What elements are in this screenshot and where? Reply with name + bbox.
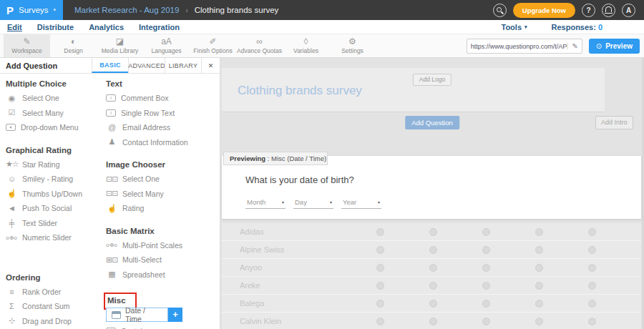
- chevron-down-icon: ▾: [282, 200, 284, 205]
- panel-item-comment-box[interactable]: IComment Box: [106, 91, 219, 106]
- toolbar-item-label: Media Library: [102, 47, 139, 54]
- add-intro-button[interactable]: Add Intro: [595, 116, 633, 129]
- panel-item-thumbs-up-down[interactable]: ☝Thumbs Up/Down: [6, 187, 100, 202]
- panel-item-star-rating[interactable]: ★☆Star Rating: [6, 157, 100, 172]
- nav-tab-edit[interactable]: Edit: [7, 23, 22, 31]
- add-question-button[interactable]: Add Question: [405, 116, 459, 129]
- radio-button: [588, 300, 596, 308]
- radio-button: [482, 228, 490, 236]
- panel-item-select-one[interactable]: ⊡⊡Select One: [106, 172, 219, 187]
- disabled-matrix-question[interactable]: AdidasAlpine SwissAnyooArekeBalegaCalvin…: [222, 223, 641, 329]
- year-select[interactable]: Year▾: [341, 197, 381, 209]
- panel-item-select-many[interactable]: ⊡⊡Select Many: [106, 187, 219, 202]
- edit-toolbar: ✎Workspace◐Design◪Media LibraryaALanguag…: [0, 34, 644, 58]
- panel-item-email-address[interactable]: @Email Address: [106, 120, 219, 135]
- main-nav: EditDistributeAnalyticsIntegration Tools…: [0, 20, 644, 34]
- panel-item-smiley-rating[interactable]: ☺Smiley - Rating: [6, 172, 100, 187]
- drag-drop-icon: ⊹: [6, 316, 17, 325]
- panel-item-rating[interactable]: ☝Rating: [106, 201, 219, 216]
- matrix-cell: [406, 246, 459, 254]
- radio-button: [429, 282, 437, 290]
- panel-item-spreadsheet[interactable]: ▦Spreadsheet: [106, 267, 219, 283]
- toolbar-item-design[interactable]: ◐Design: [50, 34, 97, 57]
- matrix-cell: [565, 246, 618, 254]
- toolbar-item-workspace[interactable]: ✎Workspace: [4, 34, 50, 57]
- avatar[interactable]: A: [622, 4, 635, 17]
- toolbar-item-advance-quotas[interactable]: ∞Advance Quotas: [236, 34, 283, 57]
- add-logo-button[interactable]: Add Logo: [413, 74, 452, 86]
- toolbar-item-languages[interactable]: aALanguages: [143, 34, 190, 57]
- image-select-many-icon: ⊡⊡: [106, 189, 117, 198]
- question-types-right-column: TextIComment BoxISingle Row Text@Email A…: [106, 74, 219, 329]
- matrix-cell: [565, 282, 618, 290]
- radio-button: [588, 246, 596, 254]
- panel-item-rank-order[interactable]: ≡Rank Order: [6, 285, 100, 300]
- panel-item-numeric-slider[interactable]: o⊕oNumeric Slider: [6, 230, 100, 245]
- close-icon[interactable]: ✕: [201, 58, 220, 73]
- panel-item-select-one[interactable]: ◉Select One: [6, 91, 100, 106]
- section-misc: MiscDate / Time+vsCaptcha: [106, 293, 219, 329]
- edit-url-pencil-icon[interactable]: ✎: [567, 42, 577, 50]
- tools-menu[interactable]: Tools ▾: [501, 23, 527, 31]
- search-button[interactable]: [493, 4, 507, 17]
- panel-item-label: Push To Social: [22, 204, 72, 212]
- matrix-cell: [353, 318, 406, 325]
- sigma-icon: Σ: [6, 302, 17, 310]
- panel-item-text-slider[interactable]: ╪Text Slider: [6, 216, 100, 231]
- matrix-cell: [406, 228, 459, 236]
- add-question-type-button[interactable]: +: [168, 308, 182, 322]
- preview-button[interactable]: ⊙ Preview: [589, 39, 640, 54]
- upgrade-now-button[interactable]: Upgrade Now: [513, 3, 575, 18]
- matrix-row: Alpine Swiss: [222, 241, 641, 259]
- panel-tab-library[interactable]: LIBRARY: [165, 58, 201, 73]
- notifications-button[interactable]: [602, 4, 615, 17]
- section-graphical-rating: Graphical Rating★☆Star Rating☺Smiley - R…: [6, 144, 100, 245]
- panel-item-drag-and-drop[interactable]: ⊹Drag and Drop: [6, 314, 100, 329]
- panel-item-date-time[interactable]: Date / Time: [106, 308, 168, 322]
- radio-button: [376, 282, 384, 290]
- breadcrumb-folder-link[interactable]: Market Research - Aug 2019: [74, 6, 179, 14]
- panel-item-captcha[interactable]: vsCaptcha: [106, 324, 219, 329]
- toolbar-item-label: Variables: [293, 47, 318, 54]
- panel-item-push-to-social[interactable]: ◄Push To Social: [6, 201, 100, 216]
- panel-item-single-row-text[interactable]: ISingle Row Text: [106, 106, 219, 121]
- add-question-panel: Add Question BASICADVANCEDLIBRARY ✕ Mult…: [0, 58, 220, 329]
- toolbar-item-settings[interactable]: ⚙Settings: [329, 34, 376, 57]
- radio-button: [429, 300, 437, 308]
- survey-url-field[interactable]: https://www.questionpro.com/t/APNrfZ ✎: [467, 39, 582, 54]
- section-title-image-chooser: Image Chooser: [106, 158, 219, 172]
- day-select[interactable]: Day▾: [293, 197, 333, 209]
- toolbar-item-variables[interactable]: ◊Variables: [283, 34, 329, 57]
- section-text: TextIComment BoxISingle Row Text@Email A…: [106, 77, 219, 149]
- nav-tab-analytics[interactable]: Analytics: [89, 23, 124, 31]
- panel-item-contact-information[interactable]: ♟Contact Information: [106, 135, 219, 150]
- nav-tab-integration[interactable]: Integration: [139, 23, 180, 31]
- panel-item-constant-sum[interactable]: ΣConstant Sum: [6, 299, 100, 314]
- panel-item-select-many[interactable]: ☑Select Many: [6, 106, 100, 121]
- survey-title[interactable]: Clothing brands survey: [238, 84, 362, 98]
- panel-tab-basic[interactable]: BASIC: [92, 58, 128, 73]
- matrix-row-label: Anyoo: [222, 263, 353, 272]
- survey-canvas: Add Logo Clothing brands survey Add Ques…: [220, 58, 644, 329]
- matrix-cell: [512, 264, 565, 272]
- chevron-down-icon: ▾: [378, 200, 380, 205]
- preview-question-card[interactable]: What is your date of birth? Month▾Day▾Ye…: [222, 156, 641, 219]
- help-button[interactable]: ?: [582, 4, 595, 17]
- toolbar-item-media-library[interactable]: ◪Media Library: [97, 34, 143, 57]
- panel-item-multi-point-scales[interactable]: o⊕oMulti-Point Scales: [106, 238, 219, 253]
- matrix-cell: [565, 300, 618, 308]
- radio-button: [535, 264, 543, 272]
- panel-tab-advanced[interactable]: ADVANCED: [128, 58, 165, 73]
- toolbar-item-label: Settings: [341, 47, 364, 54]
- panel-item-multi-select[interactable]: ⊞⊡Multi-Select: [106, 252, 219, 267]
- surveys-menu[interactable]: P Surveys ▾: [0, 0, 63, 20]
- radio-button: [376, 300, 384, 308]
- select-value: Day: [295, 198, 307, 206]
- panel-item-drop-down-menu[interactable]: ▾Drop-down Menu: [6, 120, 100, 135]
- matrix-cell: [353, 228, 406, 236]
- radio-button: [482, 318, 490, 325]
- nav-tab-distribute[interactable]: Distribute: [37, 23, 74, 31]
- responses-link[interactable]: Responses:0: [552, 23, 602, 31]
- toolbar-item-finish-options[interactable]: ✐Finish Options: [190, 34, 236, 57]
- month-select[interactable]: Month▾: [245, 197, 286, 209]
